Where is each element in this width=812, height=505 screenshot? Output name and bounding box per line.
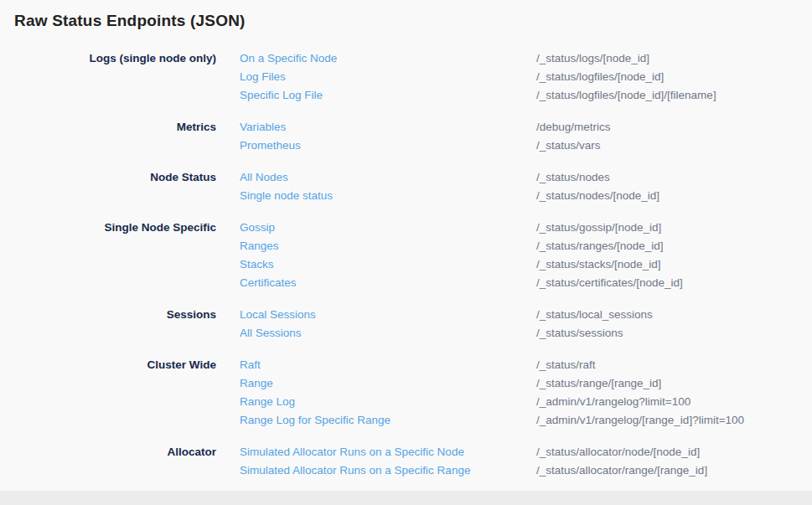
endpoint-path: /_status/gossip/[node_id] <box>536 219 812 237</box>
endpoint-link[interactable]: All Nodes <box>216 168 536 187</box>
category-label <box>0 411 216 430</box>
page-title: Raw Status Endpoints (JSON) <box>0 0 812 30</box>
endpoint-link[interactable]: On a Specific Node <box>216 49 536 68</box>
endpoint-group: Logs (single node only)On a Specific Nod… <box>0 49 812 105</box>
endpoint-link[interactable]: Specific Log File <box>216 86 536 105</box>
endpoint-row: Specific Log File/_status/logfiles/[node… <box>0 86 812 105</box>
category-label <box>0 324 216 343</box>
endpoint-path: /_status/allocator/node/[node_id] <box>536 443 812 461</box>
endpoint-path: /_status/allocator/range/[range_id] <box>536 461 812 480</box>
endpoint-row: Node StatusAll Nodes/_status/nodes <box>0 168 812 187</box>
endpoint-path: /_status/vars <box>536 137 812 155</box>
endpoint-row: Log Files/_status/logfiles/[node_id] <box>0 68 812 86</box>
category-label <box>0 237 216 255</box>
category-label: Allocator <box>0 443 216 461</box>
endpoint-link[interactable]: Range Log for Specific Range <box>216 411 536 430</box>
endpoint-row: SessionsLocal Sessions/_status/local_ses… <box>0 306 812 324</box>
endpoint-link[interactable]: Variables <box>216 118 536 137</box>
endpoint-path: /_status/nodes/[node_id] <box>536 187 812 205</box>
endpoint-path: /_status/range/[range_id] <box>536 374 812 393</box>
endpoint-row: MetricsVariables/debug/metrics <box>0 118 812 137</box>
endpoint-path: /_admin/v1/rangelog?limit=100 <box>536 393 812 411</box>
endpoint-path: /_status/logfiles/[node_id] <box>536 68 812 86</box>
endpoint-path: /_status/local_sessions <box>536 306 812 324</box>
endpoint-link[interactable]: Gossip <box>216 219 536 237</box>
category-label: Sessions <box>0 306 216 324</box>
endpoint-path: /_admin/v1/rangelog/[range_id]?limit=100 <box>536 411 812 430</box>
endpoint-sections: Logs (single node only)On a Specific Nod… <box>0 49 812 480</box>
endpoint-row: Prometheus/_status/vars <box>0 137 812 155</box>
category-label: Node Status <box>0 168 216 187</box>
endpoint-link[interactable]: Range <box>216 374 536 393</box>
category-label <box>0 86 216 105</box>
category-label <box>0 137 216 155</box>
category-label <box>0 393 216 411</box>
category-label <box>0 274 216 292</box>
endpoint-link[interactable]: Simulated Allocator Runs on a Specific R… <box>216 461 536 480</box>
footer-strip <box>0 491 812 505</box>
category-label <box>0 374 216 393</box>
raw-status-endpoints-page: Raw Status Endpoints (JSON) Logs (single… <box>0 0 812 480</box>
endpoint-row: Ranges/_status/ranges/[node_id] <box>0 237 812 255</box>
endpoint-link[interactable]: Range Log <box>216 393 536 411</box>
endpoint-row: Single node status/_status/nodes/[node_i… <box>0 187 812 205</box>
endpoint-link[interactable]: Certificates <box>216 274 536 292</box>
endpoint-link[interactable]: Log Files <box>216 68 536 86</box>
endpoint-path: /_status/ranges/[node_id] <box>536 237 812 255</box>
endpoint-group: SessionsLocal Sessions/_status/local_ses… <box>0 306 812 343</box>
category-label <box>0 461 216 480</box>
category-label: Cluster Wide <box>0 356 216 374</box>
endpoint-row: Range/_status/range/[range_id] <box>0 374 812 393</box>
endpoint-group: Cluster WideRaft/_status/raftRange/_stat… <box>0 356 812 430</box>
category-label: Single Node Specific <box>0 219 216 237</box>
endpoint-link[interactable]: All Sessions <box>216 324 536 343</box>
endpoint-link[interactable]: Local Sessions <box>216 306 536 324</box>
endpoint-row: AllocatorSimulated Allocator Runs on a S… <box>0 443 812 461</box>
endpoint-path: /_status/nodes <box>536 168 812 187</box>
category-label <box>0 187 216 205</box>
category-label <box>0 68 216 86</box>
endpoint-group: AllocatorSimulated Allocator Runs on a S… <box>0 443 812 480</box>
endpoint-link[interactable]: Single node status <box>216 187 536 205</box>
endpoint-group: MetricsVariables/debug/metricsPrometheus… <box>0 118 812 155</box>
endpoint-row: Range Log for Specific Range/_admin/v1/r… <box>0 411 812 430</box>
endpoint-row: Range Log/_admin/v1/rangelog?limit=100 <box>0 393 812 411</box>
endpoint-link[interactable]: Raft <box>216 356 536 374</box>
endpoint-link[interactable]: Stacks <box>216 255 536 274</box>
endpoint-link[interactable]: Prometheus <box>216 137 536 155</box>
endpoint-row: Single Node SpecificGossip/_status/gossi… <box>0 219 812 237</box>
endpoint-path: /_status/logs/[node_id] <box>536 49 812 68</box>
endpoint-path: /_status/sessions <box>536 324 812 343</box>
endpoint-group: Single Node SpecificGossip/_status/gossi… <box>0 219 812 292</box>
endpoint-row: Cluster WideRaft/_status/raft <box>0 356 812 374</box>
endpoint-row: Certificates/_status/certificates/[node_… <box>0 274 812 292</box>
endpoint-path: /debug/metrics <box>536 118 812 137</box>
category-label: Metrics <box>0 118 216 137</box>
endpoint-row: Simulated Allocator Runs on a Specific R… <box>0 461 812 480</box>
endpoint-group: Node StatusAll Nodes/_status/nodesSingle… <box>0 168 812 205</box>
endpoint-link[interactable]: Simulated Allocator Runs on a Specific N… <box>216 443 536 461</box>
category-label <box>0 255 216 274</box>
endpoint-row: Stacks/_status/stacks/[node_id] <box>0 255 812 274</box>
endpoint-link[interactable]: Ranges <box>216 237 536 255</box>
endpoint-row: Logs (single node only)On a Specific Nod… <box>0 49 812 68</box>
endpoint-path: /_status/stacks/[node_id] <box>536 255 812 274</box>
category-label: Logs (single node only) <box>0 49 216 68</box>
endpoint-row: All Sessions/_status/sessions <box>0 324 812 343</box>
endpoint-path: /_status/logfiles/[node_id]/[filename] <box>536 86 812 105</box>
endpoint-path: /_status/raft <box>536 356 812 374</box>
endpoint-path: /_status/certificates/[node_id] <box>536 274 812 292</box>
